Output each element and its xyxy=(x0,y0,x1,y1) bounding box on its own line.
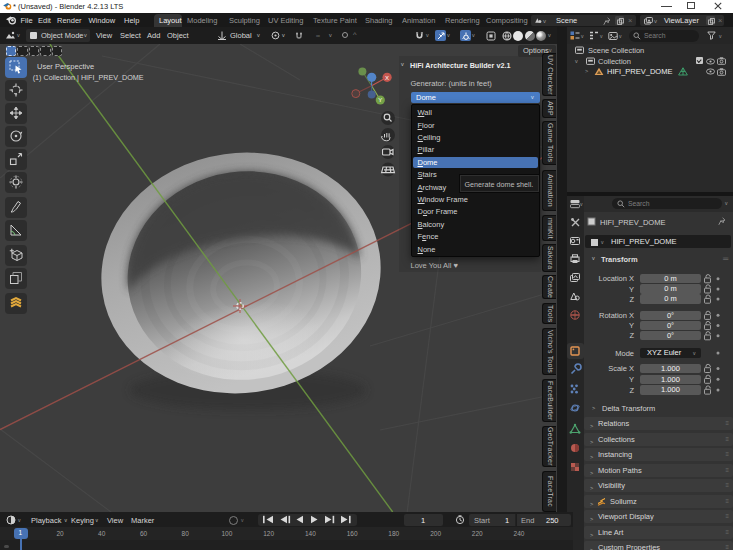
svg-text:X: X xyxy=(385,75,389,81)
svg-text:Y: Y xyxy=(378,97,382,103)
